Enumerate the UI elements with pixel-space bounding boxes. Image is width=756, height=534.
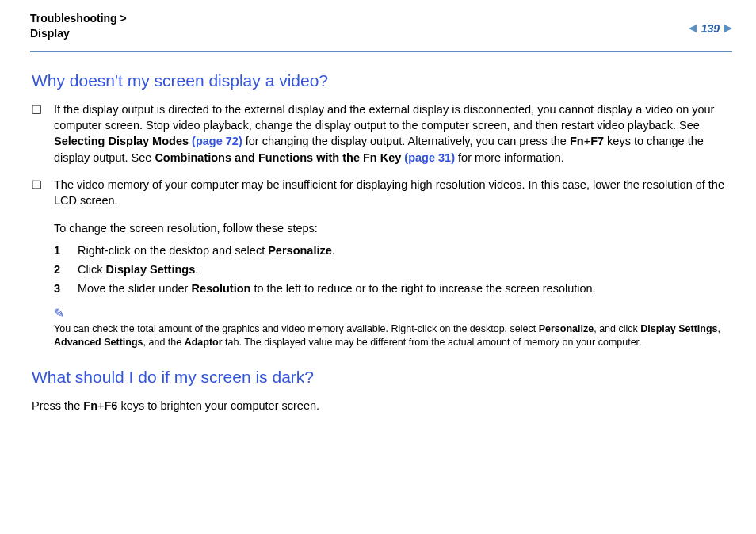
text: , and the <box>143 337 185 348</box>
page-link-31[interactable]: (page 31) <box>404 151 455 164</box>
ui-label: Personalize <box>268 244 332 257</box>
bullet-icon: ❑ <box>32 101 54 166</box>
page-link-72[interactable]: (page 72) <box>192 135 242 147</box>
ui-label: Resolution <box>191 282 250 295</box>
text: for changing the display output. Alterna… <box>242 135 570 147</box>
bullet-item: ❑ The video memory of your computer may … <box>32 177 732 209</box>
step-2: 2 Click Display Settings. <box>54 263 732 276</box>
step-text: Click Display Settings. <box>78 263 198 276</box>
text: + <box>584 135 590 147</box>
ui-label: Advanced Settings <box>54 337 143 348</box>
previous-page-icon[interactable] <box>689 25 697 32</box>
step-text: Move the slider under Resolution to the … <box>78 282 596 295</box>
bullet-body: If the display output is directed to the… <box>54 101 732 166</box>
key-f7: F7 <box>590 135 604 147</box>
text: You can check the total amount of the gr… <box>54 323 539 334</box>
text: , and click <box>594 323 640 334</box>
text: Press the <box>32 399 83 412</box>
steps-list: 1 Right-click on the desktop and select … <box>54 244 732 295</box>
step-text: Right-click on the desktop and select Pe… <box>78 244 335 257</box>
ui-label: Personalize <box>539 323 594 334</box>
text: keys to brighten your computer screen. <box>117 399 319 412</box>
ui-label: Adaptor <box>185 337 223 348</box>
bullet-item: ❑ If the display output is directed to t… <box>32 101 732 166</box>
pager: 139 <box>689 11 732 35</box>
bullet-icon: ❑ <box>32 177 54 209</box>
ui-label: Display Settings <box>105 263 195 276</box>
step-1: 1 Right-click on the desktop and select … <box>54 244 732 257</box>
breadcrumb: Troubleshooting > Display <box>30 11 127 41</box>
text: to the left to reduce or to the right to… <box>250 282 595 295</box>
text: for more information. <box>455 151 564 164</box>
pencil-icon: ✎ <box>54 306 732 321</box>
answer-text: Press the Fn+F6 keys to brighten your co… <box>32 398 732 414</box>
step-number: 1 <box>54 244 78 257</box>
text: Move the slider under <box>78 282 191 295</box>
question-1-title: Why doesn't my screen display a video? <box>32 71 732 90</box>
page-number: 139 <box>700 22 721 35</box>
link-label: Combinations and Functions with the Fn K… <box>155 151 404 164</box>
text: . <box>195 263 198 276</box>
key-f6: F6 <box>104 399 117 412</box>
question-2-title: What should I do if my screen is dark? <box>32 368 732 387</box>
text: , <box>718 323 720 334</box>
text: Click <box>78 263 105 276</box>
step-number: 2 <box>54 263 78 276</box>
text: If the display output is directed to the… <box>54 103 714 132</box>
breadcrumb-line1: Troubleshooting > <box>30 11 127 26</box>
bullet-body: The video memory of your computer may be… <box>54 177 732 209</box>
step-number: 3 <box>54 282 78 295</box>
key-fn: Fn <box>83 399 97 412</box>
text: Right-click on the desktop and select <box>78 244 268 257</box>
ui-label: Display Settings <box>640 323 717 334</box>
steps-intro: To change the screen resolution, follow … <box>54 220 732 236</box>
text: . <box>332 244 335 257</box>
key-fn: Fn <box>570 135 584 147</box>
note-text: You can check the total amount of the gr… <box>54 322 732 350</box>
next-page-icon[interactable] <box>724 25 732 32</box>
breadcrumb-line2: Display <box>30 26 127 41</box>
note-block: ✎ You can check the total amount of the … <box>54 306 732 350</box>
text: tab. The displayed value may be differen… <box>223 337 642 348</box>
page-content: Why doesn't my screen display a video? ❑… <box>30 52 732 414</box>
link-label: Selecting Display Modes <box>54 135 192 147</box>
step-3: 3 Move the slider under Resolution to th… <box>54 282 732 295</box>
